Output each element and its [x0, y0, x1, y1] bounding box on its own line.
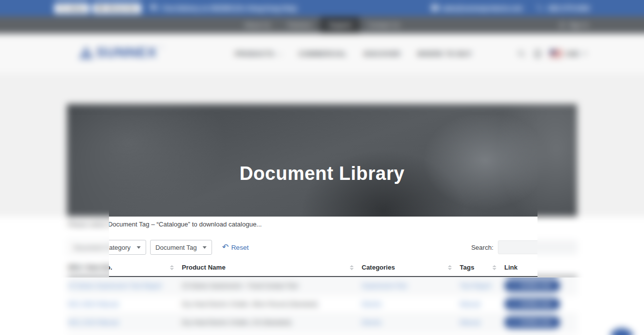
sign-in-label: Sign In	[569, 21, 589, 29]
nav-about-us[interactable]: About Us	[236, 16, 279, 34]
topbar-left: eShop Official Site Free Delivery on HKD…	[54, 3, 297, 13]
envelope-icon	[431, 5, 438, 12]
cart-icon	[59, 5, 65, 12]
product-name-cell: 23 Series Gastronorm - Food Contact Test	[182, 277, 362, 295]
search-group: Search:	[471, 240, 577, 254]
table-row: 23 Series Gastronorm Test Report 23 Seri…	[68, 277, 577, 295]
eshop-label: eShop	[67, 5, 85, 11]
phone-link[interactable]: +852 2775 0204	[537, 4, 590, 12]
nav-discover[interactable]: DISCOVER	[364, 50, 400, 57]
table-row: W21-2310 Manual Dry Heat Electric Chafer…	[68, 313, 577, 332]
nav-partners[interactable]: Partners	[279, 16, 320, 34]
registered-mark: ®	[160, 45, 163, 50]
download-label: DOWNLOAD	[520, 320, 552, 325]
column-tags-label: Tags	[460, 264, 474, 271]
free-delivery-text: Free Delivery on HKD500 (For Hong Kong O…	[162, 5, 296, 12]
download-button[interactable]: DOWNLOAD	[504, 279, 560, 292]
column-categories-label: Categories	[362, 264, 395, 271]
category-link[interactable]: Electric	[362, 301, 382, 308]
header-tools: USD	[517, 50, 587, 58]
column-link: Link	[504, 260, 577, 277]
nav-where-to-buy[interactable]: WHERE TO BUY	[418, 50, 472, 57]
sort-icon	[448, 265, 452, 270]
search-label: Search:	[471, 244, 493, 251]
catalogue-icon[interactable]	[534, 50, 541, 58]
sku-link[interactable]: W21-2310 Manual	[68, 319, 118, 326]
download-button[interactable]: DOWNLOAD	[504, 298, 560, 310]
library-note: Please select Document Tag – “Catalogue”…	[68, 221, 577, 228]
download-label: DOWNLOAD	[520, 283, 552, 288]
chevron-down-icon	[277, 50, 282, 57]
column-product-name[interactable]: Product Name	[182, 260, 362, 277]
search-input[interactable]	[498, 240, 577, 254]
user-icon	[559, 21, 565, 29]
category-link[interactable]: Gastronorm Pan	[362, 282, 407, 289]
nav-support[interactable]: Support	[320, 16, 360, 34]
reset-button[interactable]: ↶ Reset	[222, 243, 249, 251]
column-tags[interactable]: Tags	[460, 260, 504, 277]
sku-link[interactable]: W21-3610 Manual	[68, 301, 118, 308]
product-name-cell: Dry Heat Electric Chafer, 2/3 (Standard)	[182, 313, 362, 332]
nav-commercial[interactable]: COMMERCIAL	[299, 50, 347, 57]
download-button[interactable]: DOWNLOAD	[504, 316, 560, 329]
undo-icon: ↶	[222, 243, 228, 251]
eshop-button[interactable]: eShop	[54, 3, 89, 13]
download-icon	[511, 301, 516, 307]
nav-products[interactable]: PRODUCTS	[235, 50, 281, 57]
email-text: sales@sunnexproducts.com	[442, 5, 523, 12]
tag-link[interactable]: Manual	[460, 301, 480, 308]
sort-icon	[170, 265, 174, 270]
column-sku[interactable]: SKU / Item No.	[68, 260, 182, 277]
nav-where-to-buy-label: WHERE TO BUY	[418, 50, 472, 57]
phone-icon	[537, 4, 543, 12]
official-site-label: Official Site	[106, 5, 137, 11]
logo[interactable]: SUNNEX ®	[79, 46, 163, 61]
tag-link[interactable]: Manual	[460, 319, 480, 326]
secondary-nav: About Us Partners Support Contact Us Sig…	[0, 16, 644, 34]
topbar: eShop Official Site Free Delivery on HKD…	[0, 0, 644, 16]
tag-link[interactable]: Test Report	[460, 282, 491, 289]
nav-contact-us[interactable]: Contact Us	[360, 16, 408, 34]
column-link-label: Link	[504, 264, 518, 271]
download-icon	[511, 319, 516, 326]
search-icon[interactable]	[517, 50, 526, 58]
page-title: Document Library	[239, 163, 404, 184]
phone-text: +852 2775 0204	[546, 5, 590, 12]
chevron-down-icon	[203, 246, 207, 249]
hero-section: Document Library	[0, 73, 644, 217]
truck-icon	[151, 4, 158, 12]
page: eShop Official Site Free Delivery on HKD…	[0, 0, 644, 335]
store-icon	[97, 5, 103, 12]
table-row: W21-3610 Manual Dry Heat Electric Chafer…	[68, 295, 577, 313]
download-icon	[511, 282, 516, 289]
nav-commercial-label: COMMERCIAL	[299, 50, 347, 57]
main-header: SUNNEX ® PRODUCTS COMMERCIAL DISCOVER WH…	[0, 34, 644, 73]
topbar-right: sales@sunnexproducts.com +852 2775 0204	[418, 4, 590, 12]
nav-discover-label: DISCOVER	[364, 50, 400, 57]
logo-text: SUNNEX	[96, 46, 157, 59]
official-site-button[interactable]: Official Site	[93, 3, 141, 13]
currency-label: USD	[566, 50, 579, 57]
free-delivery-note: Free Delivery on HKD500 (For Hong Kong O…	[151, 4, 296, 12]
column-categories[interactable]: Categories	[362, 260, 460, 277]
download-label: DOWNLOAD	[520, 301, 552, 307]
nav-products-label: PRODUCTS	[235, 50, 274, 57]
document-tag-dropdown[interactable]: Document Tag	[150, 240, 213, 255]
document-category-dropdown[interactable]: Document Category	[68, 240, 146, 255]
email-link[interactable]: sales@sunnexproducts.com	[431, 5, 523, 12]
filters-row: Document Category Document Tag ↶ Reset S…	[68, 240, 577, 255]
sort-icon	[350, 265, 354, 270]
table-header-row: SKU / Item No. Product Name Categories T…	[68, 260, 577, 277]
sort-icon	[492, 265, 496, 270]
sign-in-button[interactable]: Sign In	[559, 16, 589, 34]
document-category-value: Document Category	[73, 244, 131, 251]
hero-image: Document Library	[67, 104, 577, 217]
reset-label: Reset	[231, 244, 249, 251]
sunnex-logo-icon	[79, 46, 93, 61]
sku-link[interactable]: 23 Series Gastronorm Test Report	[68, 282, 161, 289]
column-product-name-label: Product Name	[182, 264, 225, 271]
main-nav: PRODUCTS COMMERCIAL DISCOVER WHERE TO BU…	[235, 50, 472, 57]
category-link[interactable]: Electric	[362, 319, 382, 326]
currency-selector[interactable]: USD	[550, 50, 587, 57]
column-sku-label: SKU / Item No.	[68, 264, 112, 271]
